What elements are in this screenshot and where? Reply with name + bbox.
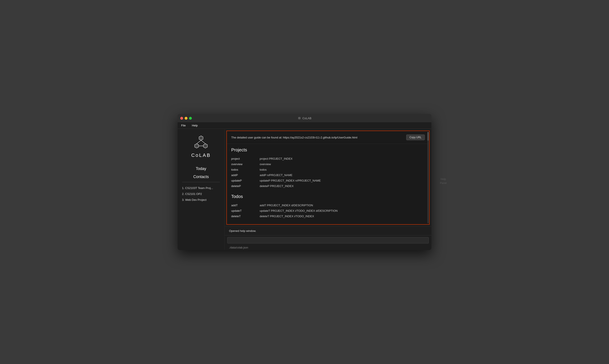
sidebar: CoLAB Today Contacts 1. CS2103T Team Pro… bbox=[178, 129, 225, 250]
cmd-name: addT bbox=[231, 203, 260, 208]
projects-title: Projects bbox=[231, 147, 425, 153]
close-button[interactable] bbox=[180, 117, 183, 120]
svg-marker-7 bbox=[205, 145, 206, 147]
table-row: addP addP n/PROJECT_NAME bbox=[231, 172, 425, 178]
menu-bar: File Help bbox=[178, 122, 431, 129]
copy-url-button[interactable]: Copy URL bbox=[406, 134, 425, 140]
projects-section: Projects project project PROJECT_INDEX o… bbox=[231, 147, 425, 189]
table-row: project project PROJECT_INDEX bbox=[231, 156, 425, 161]
cmd-name: addP bbox=[231, 172, 260, 178]
todos-section: Todos addT addT PROJECT_INDEX d/DESCRIPT… bbox=[231, 194, 425, 219]
table-row: deleteP deleteP PROJECT_INDEX bbox=[231, 183, 425, 189]
todos-command-table: addT addT PROJECT_INDEX d/DESCRIPTION up… bbox=[231, 203, 425, 219]
projects-command-table: project project PROJECT_INDEX overview o… bbox=[231, 156, 425, 189]
minimize-button[interactable] bbox=[185, 117, 187, 120]
title-bar: CoLAB bbox=[178, 114, 431, 122]
svg-marker-6 bbox=[203, 144, 207, 148]
input-area bbox=[225, 235, 431, 245]
table-row: deleteT deleteT PROJECT_INDEX i/TODO_IND… bbox=[231, 213, 425, 219]
cmd-syntax: updateT PROJECT_INDEX i/TODO_INDEX d/DES… bbox=[260, 208, 425, 213]
logo-container: CoLAB bbox=[191, 131, 211, 160]
cmd-name: updateP bbox=[231, 178, 260, 183]
project-item-2[interactable]: 2. CS2101 OP2 bbox=[178, 191, 224, 197]
sidebar-divider bbox=[182, 182, 220, 182]
window-title: CoLAB bbox=[298, 116, 311, 120]
cmd-name: deleteP bbox=[231, 183, 260, 189]
nav-buttons: Today Contacts bbox=[178, 165, 224, 181]
help-panel-label: HelpPanel bbox=[440, 177, 447, 185]
table-row: addT addT PROJECT_INDEX d/DESCRIPTION bbox=[231, 203, 425, 208]
cmd-syntax: deleteP PROJECT_INDEX bbox=[260, 183, 425, 189]
scrollbar-thumb[interactable] bbox=[428, 132, 429, 141]
todos-title: Todos bbox=[231, 194, 425, 199]
cmd-syntax: addT PROJECT_INDEX d/DESCRIPTION bbox=[260, 203, 425, 208]
content-area: The detailed user guide can be found at:… bbox=[225, 129, 431, 250]
svg-marker-4 bbox=[195, 144, 199, 148]
svg-marker-3 bbox=[200, 137, 202, 139]
svg-marker-2 bbox=[199, 136, 203, 140]
table-row: updateT updateT PROJECT_INDEX i/TODO_IND… bbox=[231, 208, 425, 213]
help-panel: The detailed user guide can be found at:… bbox=[226, 130, 430, 225]
project-item-3[interactable]: 3. Web Dev Project bbox=[178, 197, 224, 203]
menu-file[interactable]: File bbox=[180, 123, 187, 128]
today-button[interactable]: Today bbox=[178, 165, 224, 173]
status-message: Opened help window. bbox=[229, 229, 256, 233]
table-row: overview overview bbox=[231, 161, 425, 167]
help-url-text: The detailed user guide can be found at:… bbox=[231, 136, 403, 139]
menu-help[interactable]: Help bbox=[191, 123, 199, 128]
title-text: CoLAB bbox=[302, 117, 311, 120]
svg-rect-1 bbox=[299, 118, 300, 118]
cmd-name: overview bbox=[231, 161, 260, 167]
svg-marker-5 bbox=[196, 145, 197, 147]
cmd-name: project bbox=[231, 156, 260, 161]
cmd-syntax: project PROJECT_INDEX bbox=[260, 156, 425, 161]
logo-text: CoLAB bbox=[191, 153, 211, 158]
project-list: 1. CS2103T Team Proj... 2. CS2101 OP2 3.… bbox=[178, 183, 224, 205]
scrollbar-track[interactable] bbox=[428, 132, 429, 223]
cmd-name: updateT bbox=[231, 208, 260, 213]
svg-line-9 bbox=[201, 140, 205, 144]
cmd-name: todos bbox=[231, 167, 260, 172]
cmd-syntax: updateP PROJECT_INDEX n/PROJECT_NAME bbox=[260, 178, 425, 183]
colab-logo bbox=[191, 135, 211, 151]
cmd-syntax: addP n/PROJECT_NAME bbox=[260, 172, 425, 178]
main-layout: CoLAB Today Contacts 1. CS2103T Team Pro… bbox=[178, 129, 431, 250]
cmd-syntax: todos bbox=[260, 167, 425, 172]
contacts-button[interactable]: Contacts bbox=[178, 173, 224, 181]
table-row: updateP updateP PROJECT_INDEX n/PROJECT_… bbox=[231, 178, 425, 183]
footer: ./data/colab.json bbox=[225, 245, 431, 250]
app-icon bbox=[298, 116, 301, 120]
cmd-syntax: overview bbox=[260, 161, 425, 167]
app-window: CoLAB File Help bbox=[178, 114, 431, 250]
cmd-syntax: deleteT PROJECT_INDEX i/TODO_INDEX bbox=[260, 213, 425, 219]
status-area: Opened help window. bbox=[225, 226, 431, 235]
command-input[interactable] bbox=[227, 237, 429, 244]
cmd-name: deleteT bbox=[231, 213, 260, 219]
table-row: todos todos bbox=[231, 167, 425, 172]
maximize-button[interactable] bbox=[189, 117, 192, 120]
help-header: The detailed user guide can be found at:… bbox=[227, 131, 429, 144]
project-item-1[interactable]: 1. CS2103T Team Proj... bbox=[178, 185, 224, 191]
file-path: ./data/colab.json bbox=[229, 246, 248, 249]
traffic-lights bbox=[180, 117, 192, 120]
svg-line-8 bbox=[197, 140, 201, 144]
help-content: Projects project project PROJECT_INDEX o… bbox=[227, 144, 429, 225]
